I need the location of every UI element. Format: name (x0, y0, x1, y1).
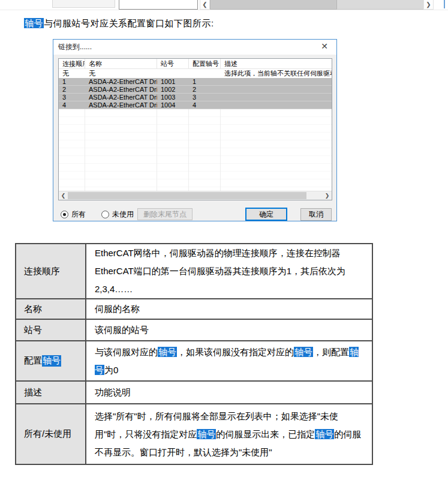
col-header-order: 连接顺序 (59, 59, 85, 68)
dialog-titlebar: 链接到...... ✕ (53, 40, 336, 55)
scroll-left-icon: ❮ (61, 193, 66, 199)
cell-order: 无 (59, 69, 85, 78)
cell-station: 1003 (157, 94, 189, 101)
radio-all[interactable]: 所有 (61, 209, 86, 220)
grid-line (85, 109, 85, 193)
grid-line (220, 109, 221, 193)
cell-order: 1 (59, 78, 85, 85)
cell-desc (221, 86, 332, 93)
scroll-left-icon: ❮ (202, 1, 207, 8)
radio-unused-label: 未使用 (112, 209, 134, 220)
cell-station: 1001 (157, 78, 189, 85)
radio-circle-icon (101, 211, 109, 218)
list-row[interactable]: 4 ASDA-A2-EtherCAT Drive 1004 4 (59, 101, 332, 109)
cell-name: ASDA-A2-EtherCAT Drive (85, 94, 157, 101)
scrollbar-track[interactable] (306, 191, 323, 200)
grid-line (188, 109, 189, 193)
servo-list: 连接顺序 名称 站号 配置轴号 描述 无 无 选择此项，当前轴不关联任何伺服驱动… (58, 58, 332, 200)
list-row[interactable]: 3 ASDA-A2-EtherCAT Drive 1003 3 (59, 94, 332, 101)
close-icon[interactable]: ✕ (318, 41, 330, 51)
cropped-panel (52, 0, 115, 8)
cell-order: 4 (59, 101, 85, 109)
cell-name: ASDA-A2-EtherCAT Drive (85, 78, 157, 85)
cell-axis: 4 (189, 101, 221, 109)
definition-cell: 与该伺服对应的轴号，如果该伺服没有指定对应的轴号，则配置轴号为0 (86, 341, 372, 380)
term-cell: 连接顺序 (16, 244, 85, 298)
definition-cell: 伺服的名称 (86, 299, 372, 319)
definition-cell: 该伺服的站号 (86, 320, 372, 340)
cell-desc (221, 78, 332, 85)
cell-name: ASDA-A2-EtherCAT Drive (85, 86, 157, 93)
term-cell: 描述 (16, 382, 85, 403)
grid-line (157, 109, 157, 193)
field-description-table: 连接顺序 EtherCAT网络中，伺服驱动器的物理连接顺序，连接在控制器Ethe… (15, 243, 373, 465)
term-cell: 配置轴号 (16, 341, 85, 380)
scroll-left-button[interactable]: ❮ (200, 0, 210, 10)
top-horizontal-scrollbar[interactable]: ❮ ❯ (200, 0, 434, 10)
cropped-textbox[interactable] (119, 0, 198, 10)
cell-axis: 3 (189, 94, 221, 101)
cell-station (157, 69, 189, 78)
col-header-name: 名称 (85, 59, 157, 68)
ok-button[interactable]: 确定 (245, 208, 287, 221)
term-cell: 站号 (16, 320, 85, 340)
cropped-top-toolbar: ❮ ❯ (0, 0, 448, 10)
cell-station: 1002 (157, 86, 189, 93)
window-edge-line (444, 0, 445, 8)
list-row-none[interactable]: 无 无 选择此项，当前轴不关联任何伺服驱动器 (59, 69, 332, 78)
cell-order: 3 (59, 94, 85, 101)
definition-cell: 功能说明 (86, 382, 372, 403)
cell-axis: 1 (189, 78, 221, 85)
list-row[interactable]: 1 ASDA-A2-EtherCAT Drive 1001 1 (59, 78, 332, 86)
scroll-right-icon: ❯ (426, 1, 431, 8)
scrollbar-thumb[interactable] (68, 192, 306, 199)
list-horizontal-scrollbar[interactable]: ❮ ❯ (59, 191, 332, 200)
link-to-dialog: 链接到...... ✕ 连接顺序 名称 站号 配置轴号 描述 无 无 选择此项，… (53, 39, 337, 221)
scrollbar-track[interactable] (337, 0, 423, 10)
scroll-right-button[interactable]: ❯ (323, 191, 332, 200)
scroll-left-button[interactable]: ❮ (59, 191, 68, 200)
scroll-right-icon: ❯ (325, 193, 330, 199)
dialog-title: 链接到...... (53, 42, 92, 52)
radio-all-label: 所有 (71, 209, 86, 220)
term-cell: 名称 (16, 299, 85, 319)
term-cell: 所有/未使用 (16, 404, 85, 464)
cell-station: 1004 (157, 101, 189, 109)
cell-desc (221, 94, 332, 101)
delete-tail-nodes-button: 删除末尾节点 (137, 208, 193, 220)
radio-circle-icon (61, 211, 68, 218)
intro-text: 轴号与伺服站号对应关系配置窗口如下图所示: (24, 17, 214, 29)
dialog-controls: 所有 未使用 删除末尾节点 确定 取消 (53, 207, 336, 222)
cell-name: 无 (85, 69, 157, 78)
cell-axis (189, 69, 221, 78)
cancel-button[interactable]: 取消 (300, 208, 332, 221)
cell-desc: 选择此项，当前轴不关联任何伺服驱动器 (221, 69, 332, 78)
col-header-axis: 配置轴号 (189, 59, 221, 68)
definition-cell: EtherCAT网络中，伺服驱动器的物理连接顺序，连接在控制器EtherCAT端… (86, 244, 372, 298)
col-header-station: 站号 (157, 59, 189, 68)
list-row[interactable]: 2 ASDA-A2-EtherCAT Drive 1002 2 (59, 86, 332, 94)
cell-axis: 2 (189, 86, 221, 93)
scroll-right-button[interactable]: ❯ (423, 0, 434, 10)
list-empty-area (59, 109, 332, 193)
list-header: 连接顺序 名称 站号 配置轴号 描述 (59, 59, 332, 69)
col-header-desc: 描述 (221, 59, 332, 68)
definition-cell: 选择"所有"时，所有伺服将全部显示在列表中；如果选择"未使用"时，只将没有指定对… (86, 404, 372, 464)
scrollbar-thumb[interactable] (210, 0, 337, 10)
cell-order: 2 (59, 86, 85, 93)
cell-name: ASDA-A2-EtherCAT Drive (85, 101, 157, 109)
radio-unused[interactable]: 未使用 (101, 209, 134, 220)
cell-desc (221, 101, 332, 109)
